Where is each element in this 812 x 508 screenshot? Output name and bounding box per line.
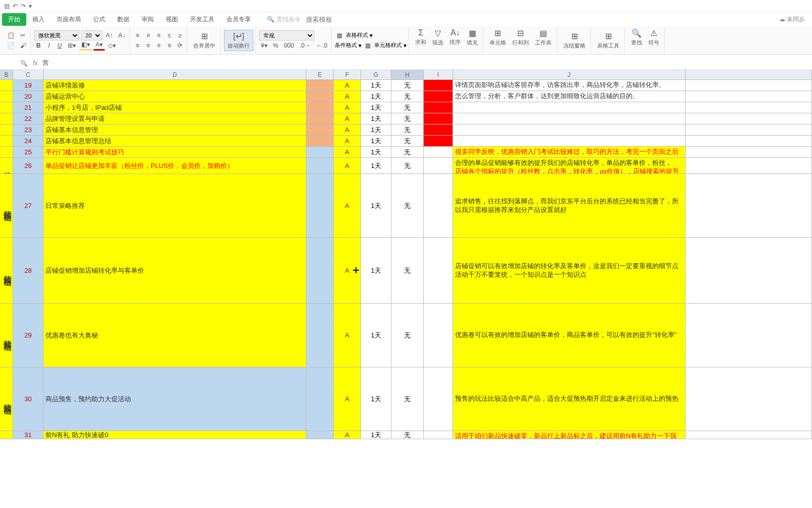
percent-icon[interactable]: %: [271, 40, 281, 51]
cell-status[interactable]: 无: [391, 124, 424, 135]
rowcol-button[interactable]: ⊟行和列: [509, 27, 532, 53]
cell-title[interactable]: 单品促销让店铺更加丰富（粉丝价，PLUS价，会员价，加购价）: [43, 158, 306, 174]
filter-button[interactable]: ▽筛选: [429, 27, 446, 53]
fx-label[interactable]: fx: [33, 60, 37, 67]
cell-category[interactable]: 营销基础: [0, 367, 13, 431]
cell-e[interactable]: [306, 136, 334, 146]
cell-e[interactable]: [306, 304, 334, 367]
cell-flag[interactable]: [424, 91, 453, 102]
spreadsheet-grid[interactable]: B C D E F G H I J 19店铺详情装修A1天无详情页面影响店铺访客…: [0, 70, 812, 439]
cell-number[interactable]: 30: [13, 367, 43, 431]
cell-flag[interactable]: [424, 80, 453, 91]
cell-title[interactable]: 店铺运营中心: [43, 91, 306, 102]
cell-duration[interactable]: 1天: [361, 102, 391, 113]
cell-grade[interactable]: A: [334, 158, 361, 174]
cell-empty[interactable]: [686, 113, 812, 124]
align-bottom-icon[interactable]: ≡: [154, 30, 163, 40]
cell-grade[interactable]: A: [334, 431, 361, 439]
bold-button[interactable]: B: [34, 40, 43, 51]
cell-status[interactable]: 无: [391, 158, 424, 174]
cell-title[interactable]: 优惠卷也有大奥秘: [43, 304, 306, 367]
cell-duration[interactable]: 1天: [361, 158, 391, 174]
col-header-F[interactable]: F: [334, 70, 361, 79]
cell-e[interactable]: [306, 367, 334, 431]
currency-icon[interactable]: ¥▾: [259, 40, 269, 51]
col-header-D[interactable]: D: [43, 70, 306, 79]
cell-e[interactable]: [306, 158, 334, 174]
sheet-button[interactable]: ▤工作表: [532, 27, 555, 53]
cell-category[interactable]: 营: [0, 431, 13, 439]
cell-flag[interactable]: [424, 174, 453, 237]
format-painter-icon[interactable]: 🖌: [18, 40, 28, 51]
sort-button[interactable]: A↓排序: [446, 27, 464, 53]
indent-decrease-icon[interactable]: ≤: [165, 30, 174, 40]
cell-flag[interactable]: [424, 431, 453, 439]
cell-description[interactable]: 详情页面影响店铺访客留存率，访客跳出率，商品转化率，店铺转化率。: [453, 80, 686, 91]
menu-tab-3[interactable]: 公式: [87, 13, 111, 26]
cells-button[interactable]: ⊞单元格: [486, 27, 509, 53]
cell-flag[interactable]: [424, 304, 453, 367]
cell-status[interactable]: 无: [391, 147, 424, 157]
cell-e[interactable]: [306, 431, 334, 439]
increase-font-icon[interactable]: A↑: [104, 30, 115, 40]
cell-status[interactable]: 无: [391, 174, 424, 237]
cell-flag[interactable]: [424, 158, 453, 174]
cell-e[interactable]: [306, 91, 334, 102]
cell-empty[interactable]: [686, 91, 812, 102]
cell-number[interactable]: 29: [13, 304, 43, 367]
cut-icon[interactable]: ✂: [18, 30, 27, 40]
zoom-icon[interactable]: 🔍: [20, 60, 28, 67]
cond-format-icon[interactable]: ▦: [335, 30, 344, 40]
cell-empty[interactable]: [686, 136, 812, 146]
cell-grade[interactable]: A: [334, 304, 361, 367]
decrease-decimal-icon[interactable]: ←.0: [314, 40, 329, 51]
cell-number[interactable]: 24: [13, 136, 43, 146]
cell-empty[interactable]: [686, 238, 812, 303]
table-tools-button[interactable]: ⊞表格工具: [594, 30, 622, 51]
cell-grade[interactable]: A: [334, 124, 361, 135]
cell-e[interactable]: [306, 80, 334, 91]
cell-empty[interactable]: [686, 80, 812, 91]
cell-grade[interactable]: A: [334, 80, 361, 91]
menu-tab-5[interactable]: 审阅: [136, 13, 160, 26]
cell-duration[interactable]: 1天: [361, 80, 391, 91]
cell-description[interactable]: [453, 124, 686, 135]
justify-icon[interactable]: ≡: [165, 40, 174, 51]
cell-duration[interactable]: 1天: [361, 124, 391, 135]
cell-title[interactable]: 商品预售，预约助力大促活动: [43, 367, 306, 431]
cell-description[interactable]: [453, 102, 686, 113]
cell-duration[interactable]: 1天: [361, 304, 391, 367]
cell-category[interactable]: 营销基础: [0, 238, 13, 303]
cell-empty[interactable]: [686, 174, 812, 237]
copy-icon[interactable]: 📄: [5, 40, 17, 51]
cell-title[interactable]: 平行门槛计算规则考试技巧: [43, 147, 306, 157]
symbol-button[interactable]: ⚠符号: [645, 27, 662, 53]
col-header-G[interactable]: G: [361, 70, 391, 79]
cell-status[interactable]: 无: [391, 136, 424, 146]
cell-duration[interactable]: 1天: [361, 174, 391, 237]
cell-grade[interactable]: A: [334, 147, 361, 157]
formula-value[interactable]: 营: [42, 59, 49, 67]
border-button[interactable]: ⊞▾: [66, 40, 78, 51]
cell-grade[interactable]: A: [334, 136, 361, 146]
cell-description[interactable]: 怎么管理，分析，客户群体，达到更加细致化运营店铺的目的。: [453, 91, 686, 102]
orientation-icon[interactable]: ⟳: [175, 40, 185, 51]
freeze-button[interactable]: ⊞冻结窗格: [560, 30, 589, 51]
cell-description[interactable]: 优惠卷可以有效的增加店铺的客单价，商品客单价，可以有效的提升"转化率": [453, 304, 686, 367]
cell-title[interactable]: 日常策略推荐: [43, 174, 306, 237]
cell-description[interactable]: 店铺促销可以有效增加店铺的转化率及客单价，这是我们一定要重视的细节点活动千万不要…: [453, 238, 686, 303]
cell-category[interactable]: 营销基础: [0, 174, 13, 237]
cell-grade[interactable]: A: [334, 367, 361, 431]
cell-grade[interactable]: A: [334, 91, 361, 102]
cell-number[interactable]: 28: [13, 238, 43, 303]
cell-status[interactable]: 无: [391, 80, 424, 91]
menu-tab-2[interactable]: 页面布局: [51, 13, 87, 26]
cell-number[interactable]: 27: [13, 174, 43, 237]
cell-description[interactable]: 很多同学反映，优惠营销入门考试比较难过，取巧的方法，考完一个页面之后不要关闭，再…: [453, 147, 686, 157]
cell-e[interactable]: [306, 238, 334, 303]
cell-category[interactable]: [0, 113, 13, 124]
cell-e[interactable]: [306, 174, 334, 237]
align-top-icon[interactable]: ≡: [133, 30, 142, 40]
cell-style-icon[interactable]: ▦: [363, 40, 373, 51]
cell-grade[interactable]: A: [334, 102, 361, 113]
